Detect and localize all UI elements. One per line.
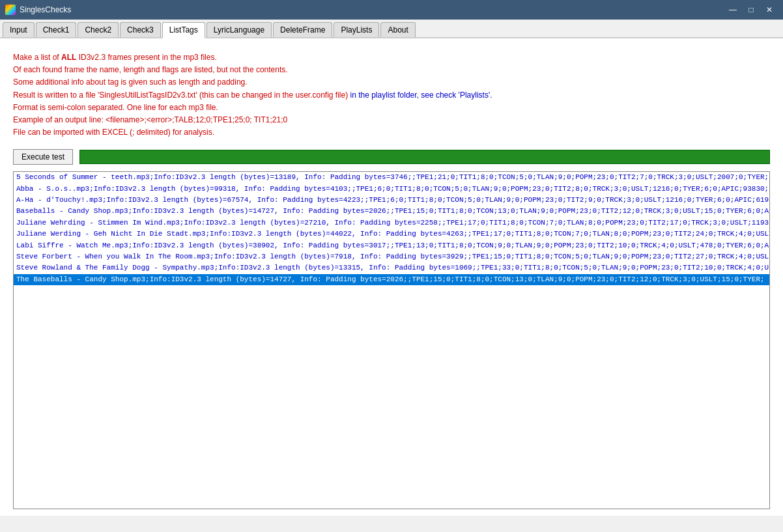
tab-check3[interactable]: Check3	[120, 22, 161, 37]
desc-line3: Some additional info about tag is given …	[13, 76, 770, 89]
result-row[interactable]: Labi Siffre - Watch Me.mp3;Info:ID3v2.3 …	[14, 240, 769, 251]
result-row-empty	[14, 342, 769, 353]
desc-line6: Example of an output line: <filename>;<e…	[13, 114, 770, 126]
result-row[interactable]: Juliane Wehrding - Stimmen Im Wind.mp3;I…	[14, 217, 769, 229]
desc-line4: Result is written to a file 'SinglesUtil…	[13, 89, 770, 102]
content-area: Make a list of ALL ID3v2.3 frames presen…	[0, 38, 783, 516]
result-row-empty	[14, 387, 769, 399]
results-area[interactable]: 5 Seconds of Summer - teeth.mp3;Info:ID3…	[13, 171, 770, 509]
tab-check2[interactable]: Check2	[78, 22, 119, 37]
execute-button[interactable]: Execute test	[13, 149, 73, 165]
result-row-empty	[14, 466, 769, 477]
result-row[interactable]: Abba - S.o.s..mp3;Info:ID3v2.3 length (b…	[14, 184, 769, 195]
result-row-empty	[14, 297, 769, 308]
tab-playlists[interactable]: PlayLists	[334, 22, 379, 37]
result-row-empty	[14, 478, 769, 489]
minimize-button[interactable]: —	[724, 3, 741, 16]
result-row[interactable]: Steve Forbert - When you Walk In The Roo…	[14, 251, 769, 262]
app-icon	[5, 5, 16, 15]
result-row-empty	[14, 501, 769, 509]
desc-line2: Of each found frame the name, length and…	[13, 64, 770, 76]
tab-check1[interactable]: Check1	[36, 22, 77, 37]
result-row-empty	[14, 444, 769, 455]
progress-bar	[79, 150, 770, 164]
result-row-empty	[14, 410, 769, 421]
result-row-empty	[14, 489, 769, 500]
title-bar-controls: — □ ✕	[724, 3, 778, 16]
tab-about[interactable]: About	[380, 22, 415, 37]
result-row[interactable]: Baseballs - Candy Shop.mp3;Info:ID3v2.3 …	[14, 206, 769, 217]
description-box: Make a list of ALL ID3v2.3 frames presen…	[13, 51, 770, 139]
result-row[interactable]: Juliane Werding - Geh Nicht In Die Stadt…	[14, 229, 769, 240]
window-title: SinglesChecks	[20, 5, 71, 14]
result-row-empty	[14, 331, 769, 342]
tab-deleteframe[interactable]: DeleteFrame	[273, 22, 332, 37]
result-row-empty	[14, 319, 769, 330]
title-bar: SinglesChecks — □ ✕	[0, 0, 783, 20]
title-bar-left: SinglesChecks	[5, 5, 71, 15]
desc-line1: Make a list of ALL ID3v2.3 frames presen…	[13, 51, 770, 64]
desc-line5: Format is semi-colon separated. One line…	[13, 102, 770, 114]
result-row-empty	[14, 421, 769, 432]
result-row[interactable]: A-Ha - d'Touchy!.mp3;Info:ID3v2.3 length…	[14, 195, 769, 206]
result-row-empty	[14, 308, 769, 319]
result-row[interactable]: Steve Rowland & The Family Dogg - Sympat…	[14, 262, 769, 273]
close-button[interactable]: ✕	[761, 3, 778, 16]
tab-lyriclanguage[interactable]: LyricLanguage	[206, 22, 272, 37]
tab-input[interactable]: Input	[3, 22, 35, 37]
result-row-empty	[14, 365, 769, 376]
result-row-empty	[14, 376, 769, 387]
result-row-empty	[14, 285, 769, 296]
desc-line7: File can be imported with EXCEL (; delim…	[13, 126, 770, 139]
result-row-empty	[14, 455, 769, 466]
result-row-empty	[14, 354, 769, 365]
result-row-empty	[14, 432, 769, 443]
tab-listtags[interactable]: ListTags	[162, 22, 205, 38]
tab-bar: Input Check1 Check2 Check3 ListTags Lyri…	[0, 20, 783, 38]
controls-row: Execute test	[13, 149, 770, 165]
maximize-button[interactable]: □	[743, 3, 760, 16]
result-row[interactable]: 5 Seconds of Summer - teeth.mp3;Info:ID3…	[14, 172, 769, 183]
result-row[interactable]: The Baseballs - Candy Shop.mp3;Info:ID3v…	[14, 274, 769, 285]
result-row-empty	[14, 399, 769, 410]
